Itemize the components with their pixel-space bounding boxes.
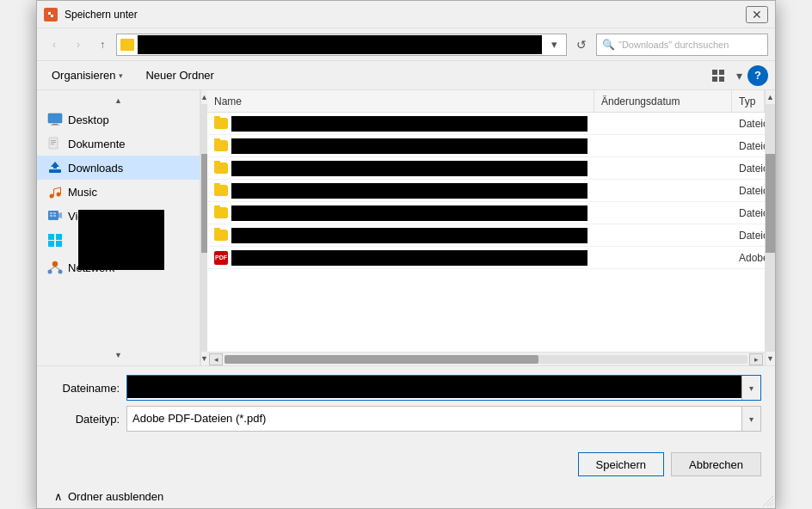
h-scroll-right-arrow[interactable]: ▸ [749, 353, 763, 365]
filename-input-wrapper: ▾ [126, 375, 761, 401]
svg-point-28 [52, 261, 58, 267]
save-button[interactable]: Speichern [578, 452, 665, 476]
col-header-name[interactable]: Name [207, 90, 594, 113]
save-dialog: Speichern unter ✕ ‹ › ↑ ▾ ↺ 🔍 "Downloads… [36, 0, 776, 509]
sidebar-scrollbar-down[interactable]: ▼ [201, 352, 207, 365]
svg-rect-23 [53, 215, 56, 217]
sidebar-item-redacted[interactable] [37, 228, 200, 252]
sidebar-item-music-label: Music [68, 186, 97, 199]
table-row[interactable]: Dateiordner [207, 202, 765, 224]
address-input[interactable] [138, 35, 542, 54]
file-name-redacted [231, 161, 587, 176]
folder-icon [120, 39, 134, 51]
sidebar-scrollbar[interactable]: ▲ ▼ [200, 90, 207, 365]
sidebar-item-dokumente[interactable]: Dokumente [37, 132, 200, 156]
filename-dropdown-button[interactable]: ▾ [741, 376, 760, 400]
svg-rect-20 [50, 212, 52, 214]
filelist-scrollbar-down[interactable]: ▼ [766, 352, 775, 365]
resize-grip[interactable] [761, 494, 773, 506]
address-bar[interactable]: ▾ [116, 34, 567, 56]
file-name-redacted [231, 116, 587, 132]
windows-icon [47, 233, 63, 247]
close-button[interactable]: ✕ [746, 6, 768, 23]
svg-rect-6 [719, 77, 724, 82]
svg-rect-22 [50, 215, 52, 217]
svg-marker-15 [51, 162, 59, 169]
main-area: ▲ Desktop Dokumente [37, 90, 775, 365]
dialog-title: Speichern unter [65, 9, 739, 21]
svg-rect-10 [49, 138, 58, 149]
table-row[interactable]: Dateiordner [207, 224, 765, 247]
file-name-redacted [231, 138, 587, 154]
file-name-redacted [231, 250, 587, 266]
file-list-header: Name Änderungsdatum Typ [207, 90, 765, 113]
pdf-icon: PDF [214, 251, 228, 265]
new-folder-button[interactable]: Neuer Ordner [138, 65, 221, 86]
col-header-type[interactable]: Typ [732, 90, 765, 113]
view-dropdown-button[interactable]: ▾ [732, 65, 746, 86]
search-placeholder: "Downloads" durchsuchen [618, 40, 729, 50]
organize-arrow-icon: ▾ [119, 71, 123, 80]
svg-rect-26 [48, 241, 54, 247]
search-bar[interactable]: 🔍 "Downloads" durchsuchen [596, 34, 768, 56]
cancel-button[interactable]: Abbrechen [671, 452, 761, 476]
svg-line-35 [770, 503, 773, 506]
back-button[interactable]: ‹ [44, 34, 65, 55]
sidebar-scroll-thumb [201, 154, 207, 253]
refresh-button[interactable]: ↺ [570, 34, 593, 56]
view-button[interactable] [708, 65, 730, 86]
music-icon [47, 185, 63, 199]
toggle-folder-button[interactable]: ∧ Ordner ausblenden [51, 488, 167, 505]
new-folder-label: Neuer Ordner [145, 69, 213, 82]
horizontal-scrollbar[interactable]: ◂ ▸ [207, 352, 765, 365]
sidebar-item-desktop[interactable]: Desktop [37, 107, 200, 132]
table-row[interactable]: Dateiordner [207, 135, 765, 157]
table-row[interactable]: Dateiordner [207, 113, 765, 135]
sidebar-item-downloads[interactable]: Downloads [37, 156, 200, 180]
file-rows-container: Dateiordner Dateiordner [207, 113, 765, 352]
filetype-select-wrapper: Adobe PDF-Dateien (*.pdf) ▾ [126, 406, 761, 432]
address-dropdown-button[interactable]: ▾ [545, 36, 563, 53]
svg-point-30 [58, 270, 63, 274]
folder-icon [214, 230, 228, 241]
network-icon [47, 261, 63, 274]
table-row[interactable]: Dateiordner [207, 180, 765, 202]
sidebar-scroll-down[interactable]: ▼ [37, 348, 200, 362]
sidebar-item-netzwerk-label: Netzwerk [68, 261, 114, 274]
sidebar-scrollbar-up[interactable]: ▲ [201, 90, 207, 104]
table-row[interactable]: PDF Adobe Acroba... [207, 247, 765, 269]
svg-rect-27 [56, 241, 62, 247]
col-header-date[interactable]: Änderungsdatum [594, 90, 732, 113]
toggle-row: ∧ Ordner ausblenden [37, 483, 775, 508]
filelist-scrollbar[interactable]: ▲ ▼ [765, 90, 775, 365]
forward-button[interactable]: › [68, 34, 89, 55]
svg-rect-9 [51, 125, 59, 126]
filetype-dropdown-button[interactable]: ▾ [741, 407, 760, 431]
svg-rect-2 [51, 15, 53, 17]
help-button[interactable]: ? [747, 65, 768, 86]
file-type: Dateiordner [732, 163, 765, 175]
svg-line-31 [50, 267, 55, 270]
svg-line-34 [766, 500, 773, 506]
svg-rect-5 [712, 77, 717, 82]
filename-input[interactable] [127, 376, 741, 398]
search-icon: 🔍 [602, 39, 615, 51]
action-row: Speichern Abbrechen [37, 445, 775, 483]
table-row[interactable]: Dateiordner [207, 157, 765, 180]
filelist-scroll-track [766, 104, 775, 352]
h-scroll-left-arrow[interactable]: ◂ [209, 353, 223, 365]
sidebar-item-downloads-label: Downloads [68, 162, 123, 175]
sidebar-item-netzwerk[interactable]: Netzwerk [37, 255, 200, 279]
sidebar-scroll-up[interactable]: ▲ [37, 94, 200, 107]
bottom-area: Dateiname: ▾ Dateityp: Adobe PDF-Dateien… [37, 365, 775, 445]
file-name-redacted [231, 183, 587, 199]
up-button[interactable]: ↑ [92, 34, 113, 55]
sidebar: ▲ Desktop Dokumente [37, 90, 200, 365]
filelist-scrollbar-up[interactable]: ▲ [766, 90, 775, 104]
organize-button[interactable]: Organisieren ▾ [44, 65, 131, 86]
svg-point-16 [50, 194, 54, 199]
sidebar-item-music[interactable]: Music [37, 180, 200, 204]
sidebar-scroll-track [201, 104, 207, 352]
videos-icon [47, 209, 63, 223]
view-icon [712, 70, 726, 82]
